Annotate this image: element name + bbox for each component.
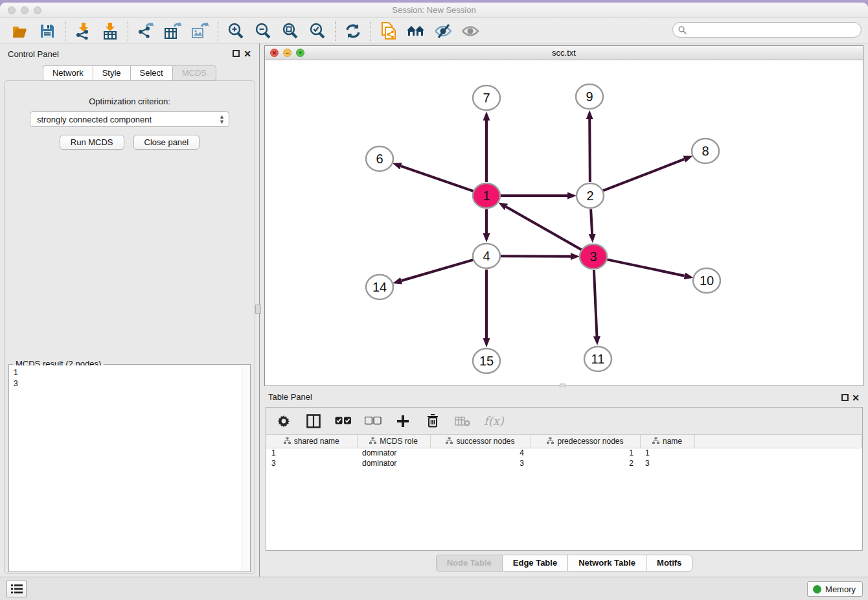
- zoom-out-icon[interactable]: [252, 21, 274, 41]
- split-columns-icon[interactable]: [305, 413, 322, 430]
- column-header-shared-name[interactable]: shared name: [266, 435, 357, 448]
- task-history-button[interactable]: [6, 581, 27, 597]
- network-canvas[interactable]: 7968124314101511: [265, 60, 863, 386]
- toolbar-separator: [218, 21, 218, 41]
- table-cell[interactable]: 4: [430, 448, 531, 458]
- float-table-panel-icon[interactable]: [841, 394, 849, 401]
- add-column-icon[interactable]: [394, 413, 411, 430]
- dropdown-stepper-icon: ▲▼: [219, 114, 225, 124]
- graph-edge-2-9[interactable]: [589, 119, 590, 182]
- table-panel: Table Panel ✕: [260, 387, 868, 577]
- close-table-panel-icon[interactable]: ✕: [852, 393, 860, 403]
- network-canvas-svg: 7968124314101511: [265, 60, 863, 386]
- session-title: Session: New Session: [0, 5, 868, 15]
- tab-style[interactable]: Style: [93, 65, 130, 81]
- network-view-window: ✕ − + scc.txt 7968124314101511: [264, 45, 863, 386]
- os-titlebar: Session: New Session: [0, 3, 868, 18]
- deselect-all-icon[interactable]: [365, 413, 382, 430]
- close-panel-icon[interactable]: ✕: [244, 49, 251, 59]
- sort-hierarchy-icon: [652, 437, 659, 444]
- settings-gear-icon[interactable]: [275, 413, 292, 430]
- table-tabs: Node TableEdge TableNetwork TableMotifs: [260, 555, 868, 571]
- column-header-predecessor-nodes[interactable]: predecessor nodes: [531, 435, 640, 448]
- table-row[interactable]: 1dominator411: [266, 448, 862, 458]
- node-table[interactable]: shared nameMCDS rolesuccessor nodesprede…: [266, 435, 862, 468]
- import-network-icon[interactable]: [72, 21, 94, 41]
- graph-edge-2-3[interactable]: [591, 209, 592, 234]
- graph-node-label-3: 3: [589, 249, 597, 264]
- memory-label: Memory: [825, 584, 856, 594]
- open-session-icon[interactable]: [9, 21, 31, 41]
- graph-edge-4-3[interactable]: [500, 256, 571, 257]
- tab-node-table[interactable]: Node Table: [436, 555, 502, 571]
- zoom-in-icon[interactable]: [225, 21, 247, 41]
- graph-edge-4-14[interactable]: [402, 260, 474, 281]
- network-window-titlebar: ✕ − + scc.txt: [265, 46, 863, 60]
- memory-status-icon: [813, 585, 821, 594]
- hide-selected-icon[interactable]: [432, 21, 454, 41]
- memory-button[interactable]: Memory: [807, 581, 863, 597]
- tab-edge-table[interactable]: Edge Table: [502, 555, 567, 571]
- column-header-MCDS-role[interactable]: MCDS role: [357, 435, 430, 448]
- mcds-result-text[interactable]: 1 3: [10, 365, 242, 571]
- search-box[interactable]: [672, 22, 862, 38]
- select-all-icon[interactable]: [335, 413, 352, 430]
- tab-mcds[interactable]: MCDS: [172, 65, 216, 81]
- table-cell[interactable]: 3: [430, 458, 531, 468]
- save-session-icon[interactable]: [36, 21, 58, 41]
- table-cell[interactable]: 1: [531, 448, 640, 458]
- column-header-successor-nodes[interactable]: successor nodes: [430, 435, 531, 448]
- first-neighbors-icon[interactable]: [405, 21, 427, 41]
- table-cell[interactable]: 2: [531, 458, 640, 468]
- sort-hierarchy-icon: [446, 437, 453, 444]
- toolbar-separator: [128, 21, 128, 41]
- show-all-icon[interactable]: [459, 21, 481, 41]
- duplicate-network-icon[interactable]: [378, 21, 400, 41]
- criterion-dropdown-value: strongly connected component: [37, 115, 152, 124]
- graph-edge-2-8[interactable]: [603, 159, 685, 191]
- tab-select[interactable]: Select: [130, 65, 172, 81]
- control-panel-title: Control Panel: [8, 49, 59, 59]
- table-cell[interactable]: 1: [640, 448, 694, 458]
- criterion-dropdown[interactable]: strongly connected component ▲▼: [30, 111, 229, 127]
- export-table-icon[interactable]: [162, 21, 184, 41]
- zoom-fit-icon[interactable]: [279, 21, 301, 41]
- import-table-icon[interactable]: [99, 21, 121, 41]
- close-panel-button[interactable]: Close panel: [133, 135, 200, 150]
- graph-node-label-4: 4: [483, 249, 490, 263]
- tab-motifs[interactable]: Motifs: [646, 555, 692, 571]
- search-icon: [678, 26, 687, 34]
- graph-node-label-14: 14: [372, 280, 387, 294]
- table-panel-title: Table Panel: [268, 392, 312, 402]
- list-icon: [11, 584, 23, 594]
- table-cell[interactable]: 3: [266, 458, 357, 468]
- graph-edge-3-11[interactable]: [594, 270, 597, 336]
- column-header-name[interactable]: name: [640, 435, 694, 448]
- export-network-icon[interactable]: [135, 21, 157, 41]
- panel-splitter-grip[interactable]: [255, 305, 261, 314]
- table-cell[interactable]: dominator: [357, 458, 430, 468]
- graph-edge-3-10[interactable]: [607, 259, 685, 275]
- search-input[interactable]: [689, 25, 861, 34]
- mcds-tab-content: Optimization criterion: strongly connect…: [4, 80, 255, 574]
- delete-column-icon[interactable]: [424, 413, 441, 430]
- export-image-icon[interactable]: [189, 21, 211, 41]
- table-row[interactable]: 3dominator323: [266, 458, 862, 468]
- float-panel-icon[interactable]: [233, 50, 240, 57]
- delete-table-icon[interactable]: [454, 413, 471, 430]
- table-cell[interactable]: dominator: [357, 448, 430, 458]
- graph-edge-1-6[interactable]: [401, 166, 474, 191]
- refresh-icon[interactable]: [342, 21, 364, 41]
- graph-node-label-6: 6: [376, 152, 383, 166]
- graph-edge-3-1[interactable]: [506, 207, 581, 249]
- result-scrollbar[interactable]: [242, 365, 249, 571]
- zoom-selected-icon[interactable]: [306, 21, 328, 41]
- sort-hierarchy-icon: [547, 437, 554, 444]
- toolbar-separator: [335, 21, 336, 41]
- sort-hierarchy-icon: [284, 437, 291, 444]
- tab-network[interactable]: Network: [43, 65, 93, 81]
- table-cell[interactable]: 3: [640, 458, 694, 468]
- table-cell[interactable]: 1: [266, 448, 357, 458]
- run-mcds-button[interactable]: Run MCDS: [60, 135, 124, 150]
- tab-network-table[interactable]: Network Table: [567, 555, 646, 571]
